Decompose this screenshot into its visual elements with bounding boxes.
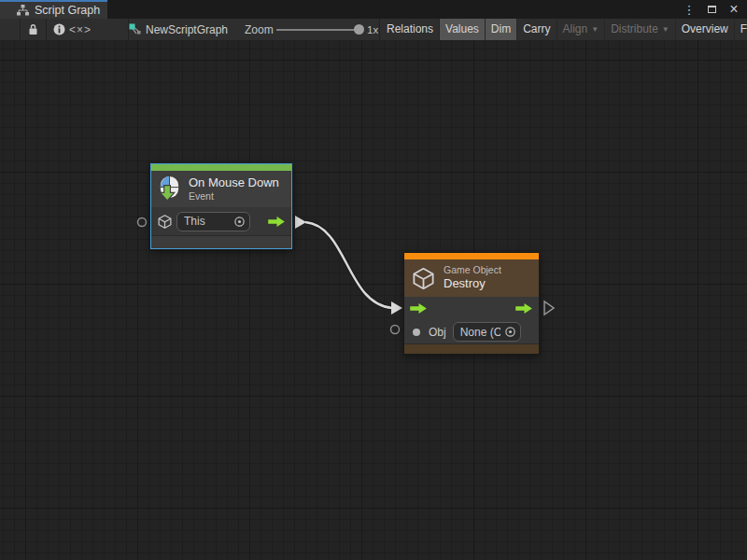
carry-button[interactable]: Carry [517, 19, 557, 40]
values-button[interactable]: Values [440, 19, 486, 40]
align-label: Align [563, 19, 588, 40]
inspect-code-button[interactable]: <×> [71, 19, 90, 40]
event-node-header: On Mouse Down Event [151, 171, 291, 207]
zoom-slider-track[interactable] [276, 29, 362, 31]
node-destroy[interactable]: Game Object Destroy Obj None (O [403, 252, 540, 355]
game-object-cube-icon [411, 266, 436, 291]
event-target-field[interactable]: This [176, 212, 250, 231]
obj-value-field[interactable]: None (O [453, 322, 521, 342]
object-picker-icon[interactable] [504, 326, 516, 338]
dim-label: Dim [491, 19, 511, 40]
code-icon: <×> [69, 23, 92, 36]
object-picker-icon[interactable] [233, 216, 246, 228]
distribute-dropdown[interactable]: Distribute ▼ [605, 19, 676, 40]
graph-hierarchy-icon [17, 5, 29, 16]
event-target-value: This [184, 215, 230, 228]
destroy-node-color-strip [404, 253, 539, 259]
carry-label: Carry [523, 19, 550, 40]
obj-value-dot [413, 329, 420, 336]
window-menu-icon[interactable]: ⋮ [682, 2, 697, 17]
mouse-down-icon [158, 175, 181, 203]
chevron-down-icon: ▼ [662, 19, 669, 40]
info-icon [53, 23, 65, 35]
script-graph-asset-icon [129, 23, 141, 35]
graph-asset-reference[interactable]: NewScriptGraph [129, 19, 228, 40]
title-bar: Script Graph ⋮ × [0, 0, 747, 19]
graph-asset-name: NewScriptGraph [146, 23, 228, 36]
event-trigger-out-connector[interactable] [295, 216, 306, 229]
destroy-node-titles: Game Object Destroy [444, 264, 501, 291]
align-dropdown[interactable]: Align ▼ [557, 19, 606, 40]
lock-button[interactable] [21, 19, 46, 40]
destroy-node-title: Destroy [444, 276, 501, 291]
destroy-obj-port[interactable] [391, 326, 400, 334]
tab-script-graph[interactable]: Script Graph [0, 0, 107, 19]
event-node-color-strip [151, 164, 291, 171]
fullscreen-label: Full Screen [740, 19, 747, 40]
destroy-node-category: Game Object [444, 264, 501, 276]
close-icon[interactable]: × [726, 2, 741, 17]
graph-canvas[interactable]: On Mouse Down Event This [0, 40, 747, 560]
zoom-label: Zoom [245, 19, 274, 40]
destroy-node-footer [404, 343, 539, 354]
node-on-mouse-down[interactable]: On Mouse Down Event This [150, 163, 292, 249]
toolbar-divider [379, 19, 380, 40]
trigger-in-arrow-icon[interactable] [410, 302, 428, 315]
overview-label: Overview [682, 19, 728, 40]
destroy-obj-row: Obj None (O [404, 320, 539, 343]
event-node-titles: On Mouse Down Event [189, 175, 279, 203]
info-button[interactable] [47, 19, 71, 40]
graph-toolbar: <×> NewScriptGraph Zoom 1x Relations Val… [0, 19, 747, 40]
obj-field-value: None (O [460, 326, 500, 339]
values-label: Values [445, 19, 479, 40]
distribute-label: Distribute [611, 19, 658, 40]
trigger-out-arrow-icon[interactable] [515, 302, 533, 315]
unity-script-graph-window: { "titlebar": { "tab_title": "Script Gra… [0, 0, 747, 560]
fullscreen-button[interactable]: Full Screen [735, 19, 747, 40]
dim-button[interactable]: Dim [486, 19, 517, 40]
chevron-down-icon: ▼ [591, 19, 599, 40]
destroy-node-header: Game Object Destroy [404, 259, 539, 297]
overview-button[interactable]: Overview [676, 19, 735, 40]
event-node-body: This [151, 207, 291, 235]
event-node-footer [151, 236, 291, 248]
relations-button[interactable]: Relations [381, 19, 440, 40]
maximize-glyph [708, 6, 716, 13]
destroy-trigger-in-connector[interactable] [391, 301, 402, 315]
game-object-cube-icon [157, 214, 173, 230]
event-node-subtitle: Event [189, 190, 279, 203]
maximize-icon[interactable] [704, 2, 719, 17]
destroy-trigger-out-port[interactable] [544, 301, 554, 315]
connection-wire-outline [305, 222, 392, 308]
destroy-trigger-row [404, 297, 539, 320]
trigger-out-arrow-icon[interactable] [268, 216, 286, 228]
connections-layer [0, 40, 747, 560]
tab-title: Script Graph [35, 4, 100, 17]
zoom-slider-handle[interactable] [354, 24, 364, 35]
zoom-value: 1x [367, 19, 378, 40]
event-target-port[interactable] [138, 218, 147, 227]
obj-port-label: Obj [429, 326, 446, 339]
window-controls: ⋮ × [682, 0, 747, 19]
destroy-node-body: Obj None (O [404, 297, 539, 343]
lock-icon [28, 23, 38, 35]
relations-label: Relations [387, 19, 433, 40]
toolbar-toggle-group: Relations Values Dim Carry Align ▼ Distr… [381, 19, 747, 40]
event-node-title: On Mouse Down [189, 175, 279, 190]
